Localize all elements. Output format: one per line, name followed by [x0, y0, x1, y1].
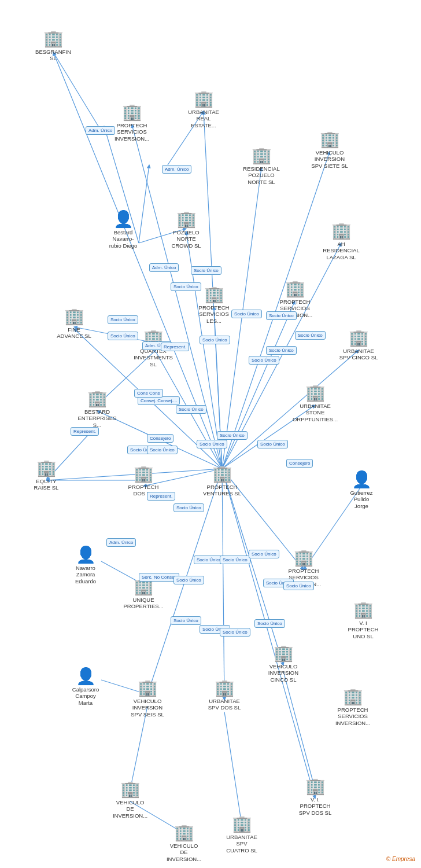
badge-b33[interactable]: Socio Único	[249, 550, 279, 558]
role-badge[interactable]: Socio Único	[108, 332, 138, 340]
badge-b26[interactable]: Represent.	[147, 492, 175, 501]
role-badge[interactable]: Socio Único	[283, 582, 314, 590]
role-badge[interactable]: Socio Único	[220, 628, 250, 637]
role-badge[interactable]: Socio Único	[266, 346, 297, 355]
node-proptech_ventures_center[interactable]: 🏢PROPTECH VENTURES SL	[202, 466, 242, 497]
node-urbanitae_real[interactable]: 🏢URBANITAE REAL ESTATE...	[183, 91, 224, 128]
badge-b10[interactable]: Socio Único	[200, 336, 230, 344]
role-badge[interactable]: Socio Único	[197, 440, 227, 448]
role-badge[interactable]: Socio Único	[200, 336, 230, 344]
node-navarro_zamora[interactable]: 👤Navarro Zamora Eduardo	[65, 547, 106, 584]
node-calparsoro_person[interactable]: 👤Calparsoro Campoy Marta	[65, 668, 106, 706]
node-bestard_person[interactable]: 👤Bestard Navarro- rubio Diego	[103, 211, 143, 249]
badge-b4[interactable]: Socio Único	[191, 266, 221, 275]
node-besgranfin[interactable]: 🏢BESGRANFIN SL	[33, 31, 73, 62]
role-badge[interactable]: Socio Único	[147, 446, 178, 454]
node-vehiculo_inversion2[interactable]: 🏢VEHICULO DE INVERSION...	[164, 825, 204, 862]
role-badge[interactable]: Socio Único	[249, 356, 279, 365]
role-badge[interactable]: Socio Único	[108, 315, 138, 324]
node-vehiculo_cinco[interactable]: 🏢VEHICULO INVERSION CINCO SL	[263, 645, 304, 683]
role-badge[interactable]: Socio Único	[257, 440, 288, 448]
badge-b6[interactable]: Socio Único	[108, 315, 138, 324]
badge-b19[interactable]: Consejero	[147, 434, 173, 443]
role-badge[interactable]: Socio Único	[295, 331, 326, 340]
svg-line-36	[283, 671, 315, 790]
badge-b1[interactable]: Adm. Único	[86, 126, 115, 135]
role-badge[interactable]: Consejero	[147, 434, 173, 443]
badge-b2[interactable]: Adm. Único	[162, 165, 191, 174]
node-unique_properties[interactable]: 🏢UNIQUE PROPERTIES...	[123, 579, 164, 610]
role-badge[interactable]: Socio Único	[249, 550, 279, 558]
node-equity_raise[interactable]: 🏢EQUITY RAISE SL	[26, 460, 67, 491]
node-residencial_pozuelo[interactable]: 🏢RESIDENCIAL POZUELO NORTE SL	[241, 148, 282, 185]
node-urbanitae_spv_dos[interactable]: 🏢URBANITAE SPV DOS SL	[204, 680, 245, 711]
role-badge[interactable]: Socio Único	[254, 619, 285, 628]
building-icon: 🏢	[320, 131, 340, 148]
node-gutierrez_person[interactable]: 👤Gutierrez Pulido Jorge	[341, 472, 382, 509]
badge-b17[interactable]: Socio Único	[176, 405, 206, 414]
badge-b22[interactable]: Socio Único	[197, 440, 227, 448]
role-badge[interactable]: Consejero	[286, 459, 313, 468]
role-badge[interactable]: Adm. Único	[86, 126, 115, 135]
badge-b23[interactable]: Socio Único	[217, 431, 248, 440]
badge-b25[interactable]: Consejero	[286, 459, 313, 468]
role-badge[interactable]: Represent.	[161, 343, 189, 351]
node-proptech_serv_inv_main[interactable]: 🏢PROPTECH SERVICIOS INVERSION...	[112, 104, 152, 142]
badge-b35[interactable]: Socio Único	[283, 582, 314, 590]
badge-b16[interactable]: Consej. Consej....	[138, 396, 180, 405]
badge-b21[interactable]: Socio Único	[147, 446, 178, 454]
node-pozuelo_crowd[interactable]: 🏢POZUELO NORTE CROWD SL	[166, 211, 206, 249]
node-proptech_serv_inv4[interactable]: 🏢PROPTECH SERVICIOS INVERSION...	[333, 689, 373, 726]
node-vehiculo_inversion_main[interactable]: 🏢VEHICULO DE INVERSION...	[110, 781, 150, 819]
node-v_i_proptech_spv_dos[interactable]: 🏢V. I. PROPTECH SPV DOS SL	[295, 778, 335, 816]
badge-b38[interactable]: Socio Único	[220, 628, 250, 637]
node-vehiculo_spv_siete[interactable]: 🏢VEHICULO INVERSION SPV SIETE SL	[309, 131, 350, 169]
badge-b39[interactable]: Socio Único	[254, 619, 285, 628]
role-badge[interactable]: Socio Único	[173, 576, 204, 584]
role-badge[interactable]: Represent.	[71, 427, 99, 436]
building-icon: 🏢	[232, 816, 252, 832]
role-badge[interactable]: Consej. Consej....	[138, 396, 180, 405]
badge-b27[interactable]: Socio Único	[173, 503, 204, 512]
role-badge[interactable]: Socio Único	[191, 266, 221, 275]
badge-b9[interactable]: Represent.	[161, 343, 189, 351]
role-badge[interactable]: Adm. Único	[162, 165, 191, 174]
role-badge[interactable]: Adm. Único	[149, 263, 179, 272]
role-badge[interactable]: Socio Único	[231, 310, 262, 318]
badge-b7[interactable]: Socio Único	[108, 332, 138, 340]
role-badge[interactable]: Socio Único	[220, 556, 250, 564]
badge-b18[interactable]: Represent.	[71, 427, 99, 436]
badge-b14[interactable]: Socio Único	[249, 356, 279, 365]
badge-b11[interactable]: Socio Único	[231, 310, 262, 318]
node-bestard_enterprises[interactable]: 🏢BESTARD ENTERPRISES S...	[77, 391, 117, 428]
badge-b3[interactable]: Adm. Único	[149, 263, 179, 272]
badge-b40[interactable]: Cons Cons	[134, 389, 163, 398]
badge-b12[interactable]: Socio Único	[266, 311, 297, 320]
node-proptech_serv_les[interactable]: 🏢PROPTECH SERVICIOS LES...	[194, 286, 234, 324]
badge-b15[interactable]: Socio Único	[295, 331, 326, 340]
role-badge[interactable]: Socio Único	[173, 503, 204, 512]
role-badge[interactable]: Socio Único	[171, 616, 201, 625]
node-ah_residencial[interactable]: 🏢AH RESIDENCIAL LAZAGA SL	[321, 223, 361, 260]
role-badge[interactable]: Socio Único	[171, 282, 201, 291]
role-badge[interactable]: Cons Cons	[134, 389, 163, 398]
role-badge[interactable]: Socio Único	[217, 431, 248, 440]
role-badge[interactable]: Adm. Único	[106, 538, 136, 547]
node-urbanitae_stone[interactable]: 🏢URBANITAE STONE ORPPTUNITIES...	[295, 385, 335, 422]
node-label: VEHICULO DE INVERSION...	[113, 799, 147, 819]
badge-b13[interactable]: Socio Único	[266, 346, 297, 355]
node-v_i_proptech_uno[interactable]: 🏢V. I PROPTECH UNO SL	[343, 602, 383, 639]
badge-b30[interactable]: Socio Único	[173, 576, 204, 584]
node-fine_advance[interactable]: 🏢FINE ADVANCE SL	[54, 308, 94, 340]
badge-b36[interactable]: Socio Único	[171, 616, 201, 625]
role-badge[interactable]: Socio Único	[176, 405, 206, 414]
node-urbanitae_spv_cinco[interactable]: 🏢URBANITAE SPV CINCO SL	[338, 330, 379, 361]
node-urbanitae_spv_cuatro[interactable]: 🏢URBANITAE SPV CUATRO SL	[221, 816, 262, 854]
badge-b24[interactable]: Socio Único	[257, 440, 288, 448]
node-vehiculo_spv_seis[interactable]: 🏢VEHICULO INVERSION SPV SEIS SL	[127, 680, 168, 718]
badge-b32[interactable]: Socio Único	[220, 556, 250, 564]
badge-b5[interactable]: Socio Único	[171, 282, 201, 291]
badge-b28[interactable]: Adm. Único	[106, 538, 136, 547]
role-badge[interactable]: Socio Único	[266, 311, 297, 320]
role-badge[interactable]: Represent.	[147, 492, 175, 501]
